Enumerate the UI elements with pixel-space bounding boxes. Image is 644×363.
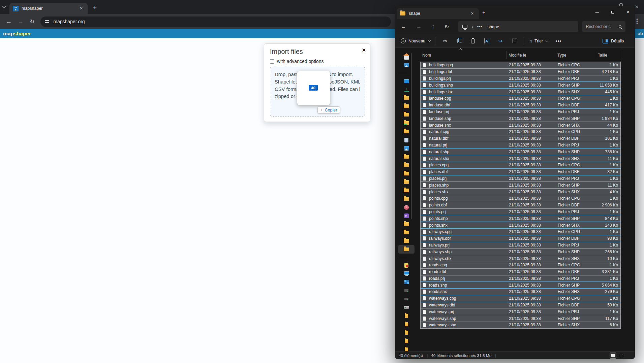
- file-row[interactable]: waterways.shx21/10/2025 09:38Fichier SHX…: [420, 322, 621, 329]
- copy-button[interactable]: [455, 37, 463, 45]
- nav-back-icon[interactable]: ←: [401, 24, 406, 30]
- sidebar-scrollbar[interactable]: [411, 53, 411, 219]
- large-icons-view-toggle[interactable]: [618, 353, 625, 359]
- browser-tab-mapshaper[interactable]: ms mapshaper ✕: [9, 3, 88, 14]
- file-row[interactable]: points.dbf21/10/2025 09:38Fichier DBF2 9…: [420, 202, 621, 209]
- address-breadcrumb-bar[interactable]: › ••• shape: [458, 21, 578, 32]
- sidebar-item-folder[interactable]: [398, 178, 415, 186]
- file-row[interactable]: landuse.dbf21/10/2025 09:38Fichier DBF41…: [420, 102, 621, 109]
- column-divider[interactable]: [506, 51, 507, 59]
- sidebar-item-folder[interactable]: [398, 220, 415, 228]
- breadcrumb-current-folder[interactable]: shape: [487, 24, 499, 29]
- new-tab-button[interactable]: +: [93, 4, 97, 11]
- rename-button[interactable]: A: [483, 37, 491, 45]
- tab-search-chevron-icon[interactable]: [2, 4, 6, 8]
- file-row[interactable]: buildings.prj21/10/2025 09:38Fichier PRJ…: [420, 75, 621, 82]
- column-header-date[interactable]: Modifié le: [509, 53, 526, 58]
- sidebar-item-folder[interactable]: [398, 110, 415, 119]
- file-row[interactable]: points.shx21/10/2025 09:38Fichier SHX243…: [420, 222, 621, 229]
- sidebar-item-folder-small[interactable]: [398, 320, 415, 328]
- sort-button[interactable]: ↑↓ Trier: [523, 39, 548, 43]
- nav-forward-icon[interactable]: →: [416, 24, 422, 30]
- file-row[interactable]: places.cpg21/10/2025 09:38Fichier CPG1 K…: [420, 162, 621, 169]
- file-row[interactable]: places.prj21/10/2025 09:38Fichier PRJ1 K…: [420, 175, 621, 182]
- explorer-tab-close-icon[interactable]: ✕: [469, 11, 476, 16]
- file-row[interactable]: landuse.shx21/10/2025 09:38Fichier SHX44…: [420, 122, 621, 129]
- browser-close-icon[interactable]: ✕: [635, 4, 639, 9]
- file-row[interactable]: roads.shx21/10/2025 09:38Fichier SHX279 …: [420, 288, 621, 295]
- file-row[interactable]: natural.shx21/10/2025 09:38Fichier SHX11…: [420, 155, 621, 162]
- cut-button[interactable]: ✂: [441, 37, 449, 45]
- sidebar-item-drive-small[interactable]: [398, 295, 415, 303]
- delete-button[interactable]: [510, 37, 518, 45]
- dialog-close-icon[interactable]: ✕: [362, 47, 366, 53]
- sidebar-item-network[interactable]: [398, 278, 415, 286]
- sidebar-item-folder[interactable]: [398, 186, 415, 195]
- maximize-button[interactable]: [605, 6, 620, 18]
- sidebar-item-folder-small[interactable]: [398, 337, 415, 345]
- sidebar-item-thispc[interactable]: [398, 269, 415, 278]
- file-row[interactable]: waterways.shp21/10/2025 09:38Fichier SHP…: [420, 315, 621, 322]
- sidebar-item-folder-small[interactable]: [398, 311, 415, 320]
- file-row[interactable]: waterways.dbf21/10/2025 09:38Fichier DBF…: [420, 302, 621, 309]
- search-icon[interactable]: [619, 25, 621, 28]
- details-pane-button[interactable]: Détails: [603, 39, 624, 43]
- browser-forward-icon[interactable]: →: [18, 18, 24, 25]
- nav-up-icon[interactable]: ↑: [432, 24, 434, 30]
- site-settings-icon[interactable]: [45, 20, 49, 24]
- file-row[interactable]: railways.shp21/10/2025 09:38Fichier SHP2…: [420, 248, 621, 255]
- sidebar-item-folder[interactable]: [398, 102, 415, 110]
- advanced-options-checkbox[interactable]: [270, 59, 274, 64]
- advanced-options-row[interactable]: with advanced options: [270, 59, 324, 64]
- sidebar-item-desktop[interactable]: [398, 77, 415, 85]
- minimize-button[interactable]: —: [589, 6, 605, 18]
- file-row[interactable]: points.prj21/10/2025 09:38Fichier PRJ1 K…: [420, 208, 621, 216]
- column-divider[interactable]: [596, 51, 596, 59]
- browser-refresh-icon[interactable]: ↻: [30, 18, 34, 25]
- github-link-partial[interactable]: ub: [638, 31, 643, 36]
- sidebar-item-gallery[interactable]: [398, 61, 415, 69]
- file-row[interactable]: points.shp21/10/2025 09:38Fichier SHP848…: [420, 215, 621, 222]
- browser-back-icon[interactable]: ←: [6, 18, 12, 25]
- paste-button[interactable]: [469, 37, 477, 45]
- file-row[interactable]: landuse.shp21/10/2025 09:38Fichier SHP1 …: [420, 115, 621, 122]
- file-row[interactable]: buildings.shp21/10/2025 09:38Fichier SHP…: [420, 81, 621, 89]
- share-button[interactable]: ↪: [496, 37, 504, 45]
- sidebar-item-folder[interactable]: [398, 169, 415, 178]
- browser-menu-kebab-icon[interactable]: •••: [636, 18, 638, 24]
- file-row[interactable]: waterways.prj21/10/2025 09:38Fichier PRJ…: [420, 308, 621, 315]
- sidebar-item-folder[interactable]: [398, 161, 415, 169]
- sidebar-item-folder[interactable]: [398, 237, 415, 245]
- explorer-new-tab-button[interactable]: +: [482, 10, 485, 16]
- column-divider[interactable]: [621, 51, 621, 59]
- new-button[interactable]: + Nouveau: [401, 38, 430, 43]
- file-row[interactable]: natural.prj21/10/2025 09:38Fichier PRJ1 …: [420, 142, 621, 149]
- file-row[interactable]: railways.shx21/10/2025 09:38Fichier SHX1…: [420, 255, 621, 262]
- file-row[interactable]: railways.dbf21/10/2025 09:38Fichier DBF9…: [420, 235, 621, 242]
- breadcrumb-ellipsis[interactable]: •••: [477, 24, 483, 29]
- file-row[interactable]: roads.shp21/10/2025 09:38Fichier SHP5 06…: [420, 282, 621, 289]
- sidebar-item-folder[interactable]: [398, 195, 415, 203]
- file-row[interactable]: railways.cpg21/10/2025 09:38Fichier CPG1…: [420, 228, 621, 235]
- file-row[interactable]: places.dbf21/10/2025 09:38Fichier DBF32 …: [420, 168, 621, 175]
- sidebar-item-folder[interactable]: [398, 245, 415, 254]
- sidebar-item-folder[interactable]: [398, 153, 415, 161]
- sidebar-item-folder-small[interactable]: [398, 328, 415, 337]
- file-row[interactable]: roads.prj21/10/2025 09:38Fichier PRJ1 Ko: [420, 275, 621, 282]
- file-row[interactable]: buildings.shx21/10/2025 09:38Fichier SHX…: [420, 88, 621, 95]
- sidebar-item-folder[interactable]: [398, 127, 415, 136]
- column-header-size[interactable]: Taille: [598, 53, 607, 58]
- url-text[interactable]: mapshaper.org: [53, 19, 85, 24]
- sidebar-item-videos[interactable]: ▶: [398, 211, 415, 220]
- sidebar-item-document[interactable]: [398, 136, 415, 144]
- column-header-type[interactable]: Type: [557, 53, 566, 58]
- file-row[interactable]: landuse.cpg21/10/2025 09:38Fichier CPG1 …: [420, 95, 621, 102]
- address-bar[interactable]: mapshaper.org: [40, 16, 391, 27]
- nav-refresh-icon[interactable]: ↻: [444, 24, 449, 30]
- sidebar-item-notebook[interactable]: [398, 261, 415, 269]
- file-row[interactable]: roads.cpg21/10/2025 09:38Fichier CPG1 Ko: [420, 262, 621, 269]
- sidebar-item-server[interactable]: [398, 303, 415, 311]
- file-row[interactable]: buildings.cpg21/10/2025 09:38Fichier CPG…: [420, 62, 621, 69]
- explorer-tab-shape[interactable]: shape ✕: [397, 8, 479, 19]
- sidebar-item-folder-small[interactable]: [398, 345, 415, 351]
